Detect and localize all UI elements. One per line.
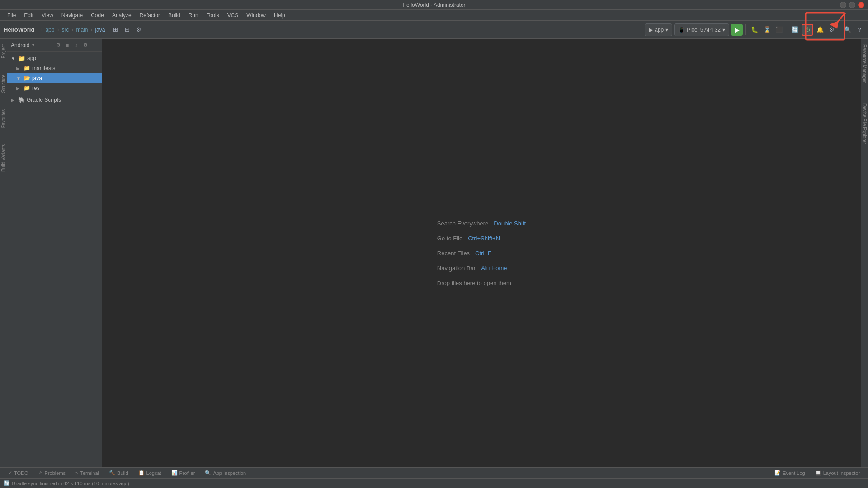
maximize-btn[interactable] xyxy=(849,2,855,8)
title-bar: HelloWorld - Administrator xyxy=(0,0,868,10)
main-content: Project Structure Favorites Build Varian… xyxy=(0,39,868,467)
menu-tools[interactable]: Tools xyxy=(203,11,223,19)
tree-item-manifests[interactable]: ▶ 📁 manifests xyxy=(7,63,102,73)
project-tab[interactable]: Project xyxy=(0,41,7,62)
panel-minimize-icon[interactable]: — xyxy=(91,42,98,49)
tree-label-java: java xyxy=(32,75,42,81)
menu-run[interactable]: Run xyxy=(185,11,202,19)
device-dropdown-icon: ▾ xyxy=(722,27,725,33)
event-log-icon: 📝 xyxy=(774,470,781,476)
device-icon: 📱 xyxy=(678,27,685,33)
gradle-icon: 🐘 xyxy=(18,97,25,103)
tab-problems[interactable]: ⚠ Problems xyxy=(34,468,70,478)
close-btn[interactable] xyxy=(858,2,864,8)
device-selector[interactable]: 📱 Pixel 5 API 32 ▾ xyxy=(674,23,729,36)
tab-layout-inspector-label: Layout Inspector xyxy=(823,470,860,476)
project-close-btn[interactable]: — xyxy=(146,25,156,35)
arrow-icon: ▶ xyxy=(11,98,16,103)
resource-manager-tab[interactable]: Resource Manager xyxy=(861,41,868,86)
menu-bar: File Edit View Navigate Code Analyze Ref… xyxy=(0,10,868,21)
arrow-icon: ▼ xyxy=(16,76,22,81)
run-with-coverage-btn[interactable]: ⌛ xyxy=(762,25,772,35)
tree-item-java[interactable]: ▼ 📂 java xyxy=(7,73,102,83)
debug-button[interactable]: 🐛 xyxy=(749,24,760,36)
panel-gear-icon[interactable]: ⚙ xyxy=(55,42,62,49)
tab-logcat-label: Logcat xyxy=(146,470,161,476)
menu-code[interactable]: Code xyxy=(87,11,108,19)
tree-label-res: res xyxy=(32,85,40,91)
menu-view[interactable]: View xyxy=(38,11,57,19)
menu-vcs[interactable]: VCS xyxy=(224,11,242,19)
profiler-tab-icon: 📊 xyxy=(171,470,178,476)
layout-inspector-icon: 🔲 xyxy=(815,470,821,476)
build-variants-tab[interactable]: Build Variants xyxy=(0,141,7,175)
hint-shortcut-navbar: Alt+Home xyxy=(481,265,507,272)
menu-analyze[interactable]: Analyze xyxy=(108,11,135,19)
device-file-explorer-tab[interactable]: Device File Explorer xyxy=(861,100,868,147)
panel-settings-icon[interactable]: ⚙ xyxy=(82,42,89,49)
panel-dropdown-icon[interactable]: ▾ xyxy=(32,42,34,47)
welcome-hints: Search Everywhere Double Shift Go to Fil… xyxy=(437,220,526,286)
menu-edit[interactable]: Edit xyxy=(20,11,37,19)
hint-label-search: Search Everywhere xyxy=(437,220,488,227)
hint-goto: Go to File Ctrl+Shift+N xyxy=(437,235,500,242)
settings-btn[interactable]: ⚙ xyxy=(827,25,837,35)
minimize-btn[interactable] xyxy=(840,2,846,8)
profiler-button[interactable]: ⏱ xyxy=(802,24,813,36)
bottom-tabs: ✓ TODO ⚠ Problems > Terminal 🔨 Build 📋 L… xyxy=(0,467,868,478)
notification-btn[interactable]: 🔔 xyxy=(815,25,825,35)
menu-build[interactable]: Build xyxy=(165,11,184,19)
tree-item-app[interactable]: ▼ 📁 app xyxy=(7,53,102,63)
tab-logcat[interactable]: 📋 Logcat xyxy=(134,468,166,478)
tab-terminal[interactable]: > Terminal xyxy=(71,468,104,478)
device-name: Pixel 5 API 32 xyxy=(687,27,721,33)
stop-btn[interactable]: ⬛ xyxy=(774,25,784,35)
project-settings-btn[interactable]: ⚙ xyxy=(134,25,144,35)
tab-event-log-label: Event Log xyxy=(783,470,805,476)
tree-label-app: app xyxy=(27,55,36,61)
menu-window[interactable]: Window xyxy=(243,11,269,19)
breadcrumb-java: java xyxy=(95,27,105,33)
editor-area: Search Everywhere Double Shift Go to Fil… xyxy=(102,39,861,467)
tree-item-res[interactable]: ▶ 📁 res xyxy=(7,83,102,93)
project-collapse-all-btn[interactable]: ⊟ xyxy=(122,25,132,35)
menu-navigate[interactable]: Navigate xyxy=(58,11,86,19)
hint-search: Search Everywhere Double Shift xyxy=(437,220,526,227)
breadcrumb-main: main xyxy=(76,27,88,33)
gradle-icon: 🔄 xyxy=(4,480,10,486)
search-everywhere-btn[interactable]: 🔍 xyxy=(843,25,853,35)
arrow-icon: ▶ xyxy=(16,86,22,91)
favorites-tab[interactable]: Favorites xyxy=(0,106,7,131)
help-btn[interactable]: ? xyxy=(854,25,864,35)
tab-app-inspection[interactable]: 🔍 App Inspection xyxy=(200,468,250,478)
tab-todo[interactable]: ✓ TODO xyxy=(4,468,33,478)
status-message: Gradle sync finished in 42 s 110 ms (10 … xyxy=(12,481,129,486)
menu-file[interactable]: File xyxy=(4,11,19,19)
hint-recent: Recent Files Ctrl+E xyxy=(437,250,492,257)
run-button[interactable]: ▶ xyxy=(731,24,743,36)
tab-layout-inspector[interactable]: 🔲 Layout Inspector xyxy=(811,469,864,477)
panel-sort-icon[interactable]: ↕ xyxy=(73,42,80,49)
tab-profiler[interactable]: 📊 Profiler xyxy=(167,468,200,478)
file-tree: ▼ 📁 app ▶ 📁 manifests ▼ 📂 java ▶ 📁 res xyxy=(7,52,102,467)
right-side-toolbar: Resource Manager Device File Explorer xyxy=(861,39,868,467)
tab-build[interactable]: 🔨 Build xyxy=(104,468,132,478)
hint-drop: Drop files here to open them xyxy=(437,280,511,286)
project-panel: Android ▾ ⚙ ≡ ↕ ⚙ — ▼ 📁 app ▶ 📁 manifes xyxy=(7,39,102,467)
menu-refactor[interactable]: Refactor xyxy=(136,11,164,19)
run-config-selector[interactable]: ▶ app ▾ xyxy=(645,23,672,36)
sync-btn[interactable]: 🔄 xyxy=(790,25,800,35)
panel-expand-icon[interactable]: ≡ xyxy=(64,42,71,49)
tab-event-log[interactable]: 📝 Event Log xyxy=(770,469,810,477)
hint-navbar: Navigation Bar Alt+Home xyxy=(437,265,507,272)
structure-tab[interactable]: Structure xyxy=(0,71,7,97)
window-controls xyxy=(840,2,864,8)
toolbar: HelloWorld › app › src › main › java ⊞ ⊟… xyxy=(0,21,868,39)
tab-build-label: Build xyxy=(117,470,128,476)
project-expand-all-btn[interactable]: ⊞ xyxy=(110,25,120,35)
menu-help[interactable]: Help xyxy=(270,11,289,19)
hint-label-navbar: Navigation Bar xyxy=(437,265,476,272)
title-bar-text: HelloWorld - Administrator xyxy=(402,2,465,8)
tree-item-gradle[interactable]: ▶ 🐘 Gradle Scripts xyxy=(7,95,102,105)
tab-terminal-label: Terminal xyxy=(80,470,99,476)
